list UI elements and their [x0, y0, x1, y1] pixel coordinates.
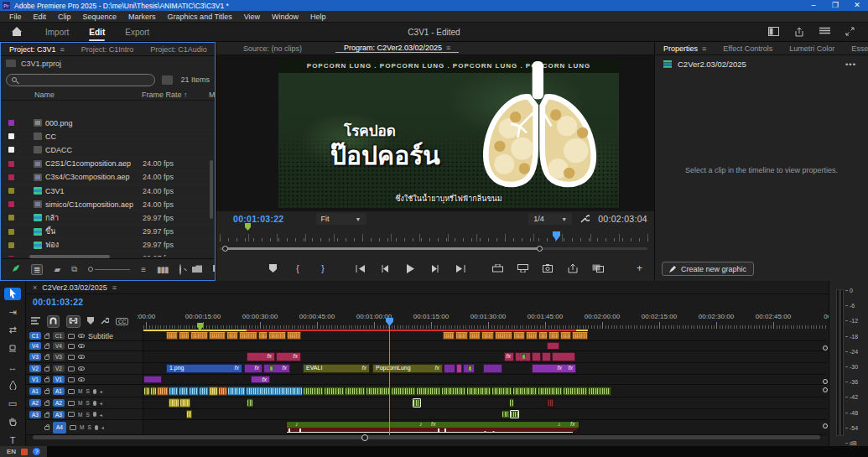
sequence-settings-icon[interactable] [31, 317, 40, 326]
track-height-handle[interactable] [823, 345, 828, 351]
export-frame-button[interactable] [541, 262, 554, 275]
timeline-panel-menu-icon[interactable]: ≡ [112, 283, 117, 292]
audio-clip[interactable] [143, 387, 150, 397]
project-row[interactable]: CDACC [2, 143, 214, 157]
project-row[interactable]: 000.png [2, 117, 214, 130]
lock-icon[interactable] [44, 335, 49, 339]
menu-file[interactable]: File [3, 13, 28, 21]
video-clip[interactable]: … [258, 332, 268, 340]
go-to-out-button[interactable] [454, 262, 467, 275]
voiceover-record-icon[interactable] [95, 425, 98, 430]
project-row[interactable]: ขึ้น29.97 fps [2, 226, 214, 239]
scrollbar-handle[interactable] [361, 434, 368, 441]
freeform-view-icon[interactable]: ⧉ [71, 264, 77, 274]
video-clip[interactable] [463, 364, 475, 374]
automation-handle[interactable] [288, 428, 290, 434]
voiceover-record-icon[interactable] [93, 389, 96, 394]
audio-clip[interactable] [563, 387, 588, 397]
icon-view-icon[interactable]: ▰ [54, 265, 60, 274]
automation-handle[interactable] [438, 428, 439, 434]
video-clip[interactable]: fx [504, 352, 514, 362]
mute-button[interactable]: M [78, 400, 82, 406]
track-height-handle[interactable] [823, 423, 828, 428]
project-row[interactable]: ฟอง29.97 fps [2, 239, 214, 252]
properties-tab-lumetri-color[interactable]: Lumetri Color [781, 44, 843, 53]
audio-clip-A4[interactable]: ♪♪♪fxfx [286, 421, 580, 434]
hand-tool[interactable] [4, 415, 21, 428]
video-clip[interactable] [444, 364, 455, 374]
track-content-C1[interactable]: …………………………………………………… [143, 331, 827, 340]
source-patch-A1[interactable]: A1 [29, 387, 41, 395]
help-icon[interactable]: ? [33, 448, 40, 455]
sync-lock-icon[interactable] [68, 412, 75, 417]
audio-clip[interactable] [179, 387, 189, 397]
track-height-handle[interactable] [823, 379, 828, 384]
project-row[interactable]: กล้า29.97 fps [2, 211, 214, 225]
sync-lock-icon[interactable] [68, 334, 75, 339]
track-content-V4[interactable] [143, 341, 827, 351]
track-target-V3[interactable]: V3 [53, 353, 65, 361]
video-clip[interactable]: … [166, 332, 178, 340]
toggle-track-output-icon[interactable] [78, 334, 85, 338]
audio-clip[interactable] [218, 387, 227, 397]
track-content-A4[interactable]: ♪♪♪fxfx [143, 420, 827, 434]
fit-dropdown[interactable]: Fit▼ [316, 213, 366, 225]
video-clip[interactable]: … [287, 332, 301, 340]
minimize-button[interactable]: – [803, 0, 824, 11]
timeline-playhead[interactable] [389, 318, 390, 435]
toggle-track-output-icon[interactable] [78, 377, 85, 382]
audio-clip[interactable] [466, 387, 491, 397]
track-content-A3[interactable] [143, 409, 827, 419]
program-scrollbar[interactable] [220, 246, 647, 252]
audio-clip[interactable] [169, 387, 179, 397]
track-header-A1[interactable]: A1A1MS◂ [26, 386, 143, 397]
button-editor-plus[interactable]: + [637, 262, 642, 274]
video-clip[interactable]: … [226, 332, 238, 340]
fullscreen-icon[interactable] [845, 27, 855, 36]
video-clip[interactable]: … [560, 332, 571, 340]
selection-tool[interactable] [4, 288, 21, 300]
close-button[interactable]: ✕ [846, 0, 868, 11]
lock-icon[interactable] [44, 345, 49, 349]
video-clip[interactable] [552, 352, 575, 362]
audio-clip[interactable] [150, 387, 157, 397]
timeline-marker-icon[interactable] [87, 317, 94, 326]
audio-clip[interactable] [512, 387, 538, 397]
audio-clip[interactable] [510, 410, 519, 419]
thumbnail-zoom-slider[interactable] [88, 267, 130, 272]
timeline-current-timecode[interactable]: 00:01:03:22 [33, 297, 84, 307]
menu-sequence[interactable]: Sequence [77, 13, 123, 21]
video-clip[interactable]: … [268, 332, 286, 340]
toggle-track-output-icon[interactable] [78, 366, 85, 371]
razor-tool[interactable] [4, 342, 21, 355]
audio-clip[interactable] [413, 398, 421, 408]
sync-lock-icon[interactable] [68, 389, 75, 394]
audio-clip[interactable] [186, 410, 192, 419]
video-clip[interactable]: … [239, 332, 257, 340]
scrub-handle-left[interactable] [222, 246, 228, 252]
automation-handle[interactable] [299, 428, 301, 434]
sync-lock-icon[interactable] [68, 401, 75, 406]
track-content-V1[interactable]: fx [143, 375, 827, 384]
source-patch-A2[interactable]: A2 [29, 399, 41, 407]
program-current-timecode[interactable]: 00:01:03:22 [233, 214, 284, 224]
extract-button[interactable] [516, 262, 529, 275]
timeline-ruler[interactable]: :00:0000:00:15:0000:00:30:0000:00:45:000… [143, 313, 827, 330]
video-clip[interactable]: … [548, 332, 559, 340]
video-clip[interactable] [547, 342, 559, 351]
properties-tab-effect-controls[interactable]: Effect Controls [715, 44, 781, 53]
track-header-V1[interactable]: V1V1 [26, 375, 143, 384]
mute-button[interactable]: M [80, 424, 84, 430]
language-bar[interactable]: EN ? [0, 446, 47, 457]
mode-tab-edit[interactable]: Edit [79, 23, 115, 42]
menu-help[interactable]: Help [304, 13, 332, 21]
audio-clip[interactable] [246, 387, 303, 397]
video-clip[interactable]: … [209, 332, 226, 340]
track-content-A2[interactable] [143, 397, 827, 408]
step-back-button[interactable] [378, 262, 392, 275]
column-name[interactable]: Name [1, 91, 55, 99]
more-options-icon[interactable]: ••• [845, 60, 868, 69]
video-clip[interactable]: … [179, 332, 190, 340]
source-patch-V3[interactable]: V3 [29, 353, 41, 361]
video-clip[interactable]: … [443, 332, 455, 340]
